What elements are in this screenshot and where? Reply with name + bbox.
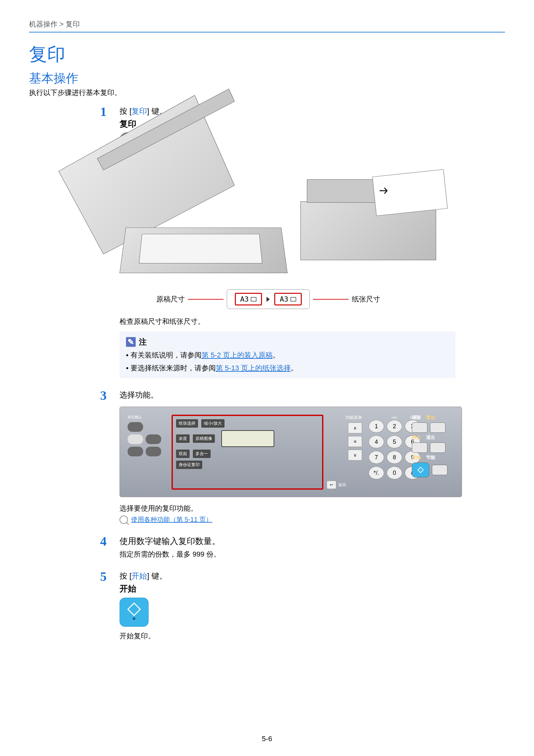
landscape-icon	[251, 297, 257, 302]
landscape-icon	[291, 297, 296, 302]
text: • 要选择纸张来源时，请参阅	[126, 364, 216, 372]
start-hw-button[interactable]	[119, 598, 149, 627]
check-size-text: 检查原稿尺寸和纸张尺寸。	[119, 317, 505, 326]
arrow-icon	[267, 297, 270, 302]
text: 按 [	[119, 571, 132, 580]
copy-hw-button[interactable]	[128, 434, 143, 444]
step-number: 5	[100, 569, 119, 584]
text: • 有关装纸说明，请参阅	[126, 351, 202, 359]
key-1[interactable]: 1	[369, 420, 384, 433]
function-menu-label: 功能菜单	[327, 415, 362, 420]
step-4-desc: 指定所需的份数，最多 999 份。	[119, 550, 505, 559]
step-number: 1	[100, 104, 119, 119]
text: 。	[291, 364, 298, 372]
key-0[interactable]: 0	[387, 466, 402, 479]
paper-selection-link[interactable]: 第 5-13 页上的纸张选择	[216, 364, 291, 372]
start-keyword: 开始	[132, 571, 147, 580]
step-5-after: 开始复印。	[119, 631, 505, 641]
panel-function-area: 纸张选择 缩小/放大 浓度 原稿图像 双面 多合一	[171, 415, 323, 490]
zoom-button[interactable]: 缩小/放大	[201, 419, 224, 428]
status-hw-button[interactable]	[128, 422, 143, 432]
step-number: 3	[100, 388, 119, 403]
paper-size-label: 纸张尺寸	[352, 294, 380, 304]
text: 。	[273, 351, 280, 359]
text: ] 键。	[147, 571, 167, 580]
original-size-value: A3	[240, 295, 249, 303]
up-arrow-button[interactable]: ∧	[348, 422, 362, 433]
back-button[interactable]: ↩	[327, 481, 336, 489]
step-3: 3 选择功能。 状态确认	[100, 388, 505, 524]
key-sublabel: ABC	[387, 416, 402, 419]
step-number: 4	[100, 534, 119, 549]
misc-hw-button[interactable]	[146, 447, 161, 456]
ok-button[interactable]: ≡	[348, 436, 362, 447]
section-title: 基本操作	[29, 70, 505, 87]
paper-size-box: A3	[274, 293, 302, 306]
key-5[interactable]: 5	[387, 435, 402, 448]
panel-left-group: 状态确认	[128, 415, 166, 456]
start-button-label: 开始	[119, 583, 505, 594]
reset-label: 复位	[426, 415, 438, 420]
logout-button[interactable]	[430, 443, 445, 453]
step-2: 2 放置原稿。	[100, 157, 505, 378]
callout-line	[188, 299, 223, 300]
status-label: 状态确认	[128, 415, 166, 419]
breadcrumb: 机器操作 > 复印	[29, 19, 505, 29]
scan-hw-button[interactable]	[146, 434, 161, 444]
start-icon	[127, 603, 141, 616]
step-5: 5 按 [开始] 键。 开始 开始复印。	[100, 569, 505, 641]
logout-label: 退出	[426, 435, 438, 441]
stop-label: 停止	[412, 435, 423, 441]
step-4-title: 使用数字键输入复印数量。	[119, 536, 505, 547]
note-item: • 有关装纸说明，请参阅第 5-2 页上的装入原稿。	[126, 350, 449, 360]
step-5-title: 按 [开始] 键。	[119, 571, 167, 580]
feeder-illustration	[300, 176, 436, 260]
density-button[interactable]: 浓度	[176, 434, 190, 443]
energy-label: 节能	[426, 455, 438, 461]
step-3-title: 选择功能。	[119, 390, 505, 400]
copy-keyword: 复印	[132, 107, 147, 115]
paper-select-button[interactable]: 纸张选择	[176, 419, 198, 428]
original-size-box: A3	[235, 293, 262, 306]
top-divider	[29, 32, 505, 33]
callout-line	[313, 299, 348, 300]
page-title: 复印	[29, 42, 505, 67]
duplex-button[interactable]: 双面	[176, 449, 190, 458]
svg-rect-4	[418, 467, 423, 473]
functions-ref-link[interactable]: 使用各种功能（第 5-11 页）	[131, 515, 212, 524]
combine-button[interactable]: 多合一	[193, 449, 211, 458]
reset-button[interactable]	[430, 422, 445, 433]
key-sublabel: .	[369, 416, 384, 419]
key-2[interactable]: 2	[387, 420, 402, 433]
text: 按 [	[119, 107, 132, 115]
return-label: 返回	[338, 482, 346, 488]
step-4: 4 使用数字键输入复印数量。 指定所需的份数，最多 999 份。	[100, 534, 505, 559]
key-4[interactable]: 4	[369, 435, 384, 448]
paper-size-value: A3	[280, 295, 289, 303]
scanner-illustration	[119, 176, 288, 273]
key-8[interactable]: 8	[387, 451, 402, 464]
size-display: A3 A3	[227, 289, 310, 309]
note-icon: ✎	[126, 337, 136, 347]
down-arrow-button[interactable]: ∨	[348, 449, 362, 461]
clear-label: 清除	[412, 415, 423, 420]
panel-control-buttons: 清除 复位 停止 退出	[412, 415, 454, 477]
note-heading: 注	[139, 337, 147, 347]
svg-rect-3	[291, 297, 296, 301]
load-originals-link[interactable]: 第 5-2 页上的装入原稿	[202, 351, 273, 359]
stop-button[interactable]	[412, 443, 427, 453]
start-button[interactable]	[412, 463, 429, 477]
lcd-display	[221, 430, 274, 447]
control-panel-illustration: 状态确认	[119, 407, 462, 497]
energy-button[interactable]	[432, 465, 447, 475]
idcard-button[interactable]: 身份证复印	[176, 461, 202, 469]
key-star[interactable]: */.	[369, 466, 384, 479]
orig-image-button[interactable]: 原稿图像	[193, 434, 215, 443]
key-7[interactable]: 7	[369, 451, 384, 464]
note-box: ✎ 注 • 有关装纸说明，请参阅第 5-2 页上的装入原稿。 • 要选择纸张来源…	[119, 332, 455, 378]
original-size-label: 原稿尺寸	[156, 294, 185, 304]
magnifier-icon	[119, 516, 128, 524]
step-3-aftertext: 选择要使用的复印功能。	[119, 503, 505, 513]
clear-button[interactable]	[412, 422, 427, 433]
printbox-hw-button[interactable]	[128, 447, 143, 456]
